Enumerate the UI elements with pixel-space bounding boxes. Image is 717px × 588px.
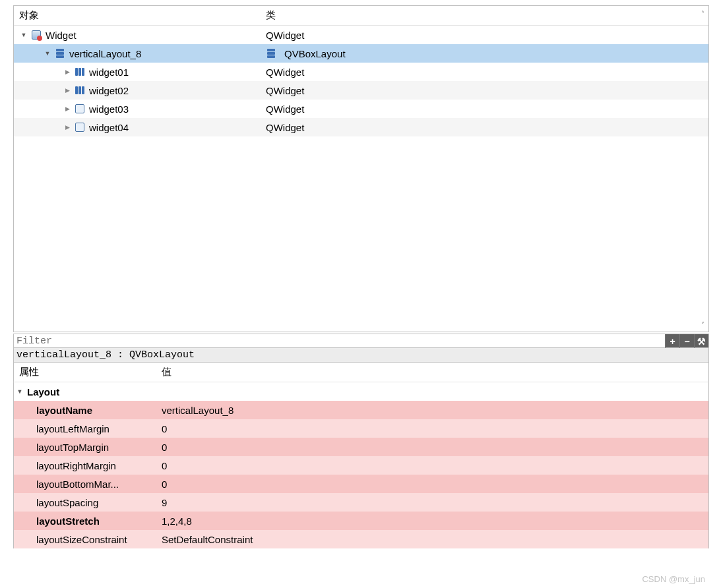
tree-header: 对象 类 [14,6,708,26]
property-name: layoutLeftMargin [36,423,109,434]
tree-item-name: Widget [46,30,77,41]
property-value[interactable]: verticalLayout_8 [158,405,708,416]
property-name: layoutName [36,405,92,416]
selected-object-label: verticalLayout_8 : QVBoxLayout [13,348,709,363]
tree-row[interactable]: widget03QWidget [14,100,708,118]
vlayout-icon [266,48,276,59]
vlayout-icon [55,48,65,59]
tree-item-class: QWidget [266,85,304,96]
property-value[interactable]: 9 [158,497,708,508]
property-row[interactable]: layoutSpacing9 [14,493,708,512]
property-value[interactable]: 0 [158,442,708,453]
filter-add-button[interactable]: + [665,334,679,349]
tree-row[interactable]: widget01QWidget [14,63,708,81]
filter-bar: + − ⚒ [13,334,709,348]
property-group-row[interactable]: Layout [14,382,708,401]
property-name: layoutSizeConstraint [36,534,127,545]
property-row[interactable]: layoutTopMargin0 [14,438,708,456]
filter-input[interactable] [14,336,665,347]
property-row[interactable]: layoutSizeConstraintSetDefaultConstraint [14,530,708,548]
tree-item-class: QVBoxLayout [284,48,346,59]
tree-item-name: widget03 [89,103,129,115]
chevron-right-icon[interactable] [63,86,72,95]
hstack-icon [75,85,85,96]
property-row[interactable]: layoutNameverticalLayout_8 [14,401,708,419]
property-value[interactable]: 1,2,4,8 [158,515,708,527]
tree-item-class: QWidget [266,30,304,41]
tree-header-object[interactable]: 对象 [14,9,263,22]
tree-row[interactable]: verticalLayout_8QVBoxLayout [14,44,708,63]
tree-item-class: QWidget [266,67,304,78]
property-header: 属性 值 [13,363,709,382]
widget-icon [31,30,42,40]
tree-row[interactable]: WidgetQWidget [14,26,708,44]
property-name: layoutBottomMar... [36,479,119,490]
tree-header-class[interactable]: 类 [263,9,708,22]
chevron-right-icon[interactable] [63,67,72,76]
form-icon [75,122,85,132]
tree-item-name: widget04 [89,122,129,133]
property-value[interactable]: SetDefaultConstraint [158,534,708,545]
filter-tools: + − ⚒ [665,334,708,347]
chevron-right-icon[interactable] [63,123,72,132]
property-header-value[interactable]: 值 [158,366,708,378]
tree-row[interactable]: widget02QWidget [14,81,708,100]
form-icon [75,103,85,114]
hstack-icon [75,67,85,77]
tree-item-name: widget01 [89,67,129,78]
tree-row[interactable]: widget04QWidget [14,118,708,136]
chevron-down-icon[interactable] [15,387,24,396]
chevron-down-icon[interactable] [19,30,28,40]
watermark: CSDN @mx_jun [642,574,705,584]
tree-item-class: QWidget [266,103,304,115]
property-header-name[interactable]: 属性 [14,366,158,378]
property-row[interactable]: layoutStretch1,2,4,8 [14,512,708,530]
object-tree-panel: 对象 类 WidgetQWidgetverticalLayout_8QVBoxL… [13,5,709,332]
property-name: layoutStretch [36,515,100,527]
property-value[interactable]: 0 [158,423,708,434]
filter-configure-button[interactable]: ⚒ [694,334,708,349]
property-row[interactable]: layoutRightMargin0 [14,456,708,475]
scroll-up-icon[interactable]: ˄ [698,9,707,18]
property-name: layoutRightMargin [36,460,116,471]
property-name: layoutSpacing [36,497,98,508]
chevron-down-icon[interactable] [43,49,52,58]
property-row[interactable]: layoutLeftMargin0 [14,419,708,438]
scroll-down-icon[interactable]: ˅ [698,320,707,329]
property-row[interactable]: layoutBottomMar...0 [14,475,708,493]
tree-rows: WidgetQWidgetverticalLayout_8QVBoxLayout… [14,26,708,136]
property-name: layoutTopMargin [36,442,109,453]
filter-remove-button[interactable]: − [679,334,694,349]
property-group-label: Layout [27,386,59,397]
property-value[interactable]: 0 [158,460,708,471]
chevron-right-icon[interactable] [63,104,72,113]
tree-item-name: verticalLayout_8 [69,48,141,59]
tree-item-name: widget02 [89,85,129,96]
property-table: Layout layoutNameverticalLayout_8layoutL… [13,382,709,548]
tree-item-class: QWidget [266,122,304,133]
property-value[interactable]: 0 [158,479,708,490]
